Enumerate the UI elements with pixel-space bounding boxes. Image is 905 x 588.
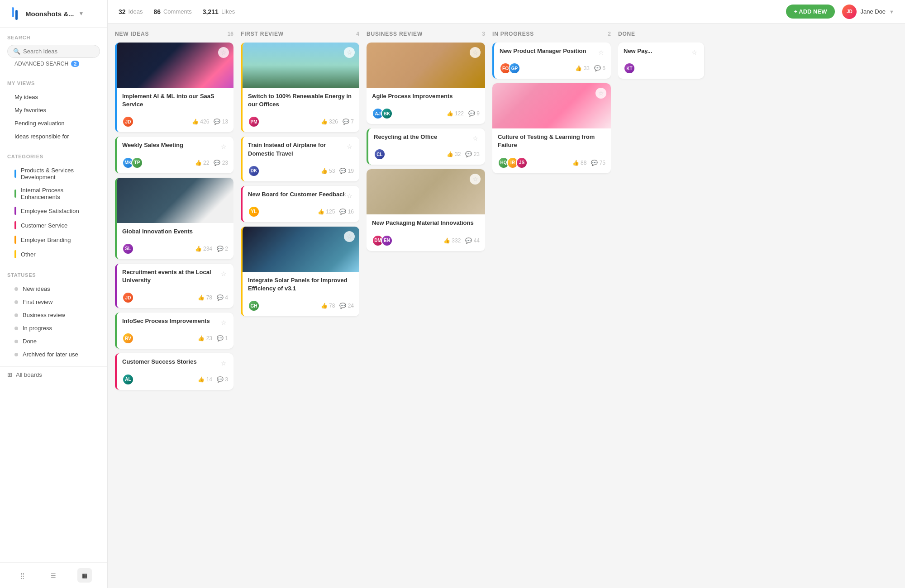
search-box[interactable]: 🔍: [7, 45, 100, 58]
advanced-search-badge: 2: [71, 61, 79, 67]
category-dot: [14, 236, 16, 244]
status-done[interactable]: Done: [7, 335, 100, 348]
card-body: Agile Process Improvements: [367, 88, 485, 108]
add-new-button[interactable]: + ADD NEW: [786, 5, 835, 19]
comments-stat: 💬 23: [214, 160, 228, 166]
star-button[interactable]: ☆: [218, 268, 229, 279]
card-avatars: JD: [122, 116, 131, 128]
comments-stat: 💬 9: [468, 110, 480, 117]
card-stats: 👍 332 💬 44: [443, 237, 480, 244]
card-recycling[interactable]: ☆ Recycling at the Office CL 👍 32 💬 23: [367, 128, 485, 165]
card-implement-ai[interactable]: ☆ Implement AI & ML into our SaaS Servic…: [115, 43, 233, 132]
search-input[interactable]: [23, 48, 94, 55]
card-customer-feedback[interactable]: ☆ New Board for Customer Feedback YL 👍 1…: [241, 186, 359, 222]
card-solar-panels[interactable]: ☆ Integrate Solar Panels for Improved Ef…: [241, 227, 359, 316]
user-menu[interactable]: JD Jane Doe ▼: [842, 5, 894, 19]
category-dot: [14, 190, 16, 198]
comments-stat: 💬 6: [594, 65, 605, 71]
sidebar-item-pending[interactable]: Pending evaluation: [7, 117, 100, 130]
status-first-review[interactable]: First review: [7, 295, 100, 308]
footer-board-icon[interactable]: ▦: [77, 568, 92, 583]
likes-stat: 👍 22: [195, 160, 210, 166]
star-button[interactable]: ☆: [344, 190, 355, 201]
card-packaging[interactable]: ☆ New Packaging Material Innovations DM …: [367, 169, 485, 251]
card-body: Customer Success Stories: [117, 353, 233, 373]
card-customer-success[interactable]: ☆ Customer Success Stories AL 👍 14 💬 3: [115, 353, 233, 389]
comments-stat: 💬 23: [465, 151, 480, 157]
star-button[interactable]: ☆: [218, 317, 229, 328]
star-button[interactable]: ☆: [689, 47, 700, 58]
stat-comments: 86 Comments: [153, 8, 191, 15]
card-agile-process[interactable]: ☆ Agile Process Improvements AJ BK 👍 122…: [367, 43, 485, 124]
likes-stat: 👍 14: [198, 376, 212, 383]
category-employer[interactable]: Employer Branding: [7, 232, 100, 247]
app-logo[interactable]: Moonshots &... ▼: [7, 6, 84, 21]
card-footer: DK 👍 53 💬 19: [243, 165, 359, 181]
sidebar-item-responsible[interactable]: Ideas responsible for: [7, 130, 100, 143]
card-body: Recruitment events at the Local Universi…: [117, 264, 233, 292]
category-label: Employee Satisfaction: [21, 208, 79, 214]
star-button[interactable]: ☆: [595, 88, 606, 99]
status-dot: [14, 340, 18, 343]
category-customer[interactable]: Customer Service: [7, 218, 100, 232]
advanced-search-toggle[interactable]: ADVANCED SEARCH 2: [7, 58, 100, 70]
status-label: New ideas: [23, 285, 50, 292]
card-infosec[interactable]: ☆ InfoSec Process Improvements RV 👍 23 💬…: [115, 313, 233, 349]
avatar: GH: [248, 300, 260, 312]
card-culture-testing[interactable]: ☆ Culture of Testing & Learning from Fai…: [492, 83, 611, 173]
card-footer: FO GP 👍 33 💬 6: [494, 62, 611, 79]
avatar: TP: [131, 157, 143, 169]
card-avatars: DM EN: [372, 235, 390, 247]
status-dot: [14, 327, 18, 330]
card-stats: 👍 53 💬 19: [321, 168, 354, 174]
star-button[interactable]: ☆: [470, 47, 481, 58]
card-body: Implement AI & ML into our SaaS Service: [117, 88, 233, 116]
star-button[interactable]: ☆: [218, 47, 229, 58]
card-done-partial[interactable]: ☆ New Pay... KT: [618, 43, 704, 79]
star-button[interactable]: ☆: [344, 47, 355, 58]
column-title: FIRST REVIEW: [241, 31, 284, 37]
card-weekly-sales[interactable]: ☆ Weekly Sales Meeting MK TP 👍 22 💬 23: [115, 137, 233, 173]
status-new-ideas[interactable]: New ideas: [7, 282, 100, 295]
avatar: AL: [122, 374, 134, 385]
sidebar-item-my-favorites[interactable]: My favorites: [7, 104, 100, 117]
card-train-airplane[interactable]: ☆ Train Instead of Airplane for Domestic…: [241, 137, 359, 181]
card-recruitment[interactable]: ☆ Recruitment events at the Local Univer…: [115, 264, 233, 308]
card-avatars: AL: [122, 374, 131, 385]
category-internal[interactable]: Internal Process Enhancements: [7, 184, 100, 204]
star-button[interactable]: ☆: [470, 133, 481, 144]
column-title: IN PROGRESS: [492, 31, 534, 37]
category-other[interactable]: Other: [7, 247, 100, 261]
comments-stat: 💬 1: [217, 335, 228, 341]
sidebar-item-my-ideas[interactable]: My ideas: [7, 90, 100, 104]
card-stats: 👍 78 💬 4: [198, 294, 228, 301]
categories-title: CATEGORIES: [7, 154, 100, 159]
card-avatars: AJ BK: [372, 108, 390, 119]
avatar: RV: [122, 332, 134, 344]
column-first-review: FIRST REVIEW 4 ☆ Switch to 100% Renewabl…: [241, 31, 359, 588]
footer-list-icon[interactable]: ☰: [46, 568, 61, 583]
card-avatars: RV: [122, 332, 131, 344]
likes-stat: 👍 32: [447, 151, 461, 157]
card-body: Global Innovation Events: [117, 223, 233, 243]
card-global-innovation[interactable]: Global Innovation Events SL 👍 234 💬 2: [115, 178, 233, 259]
status-in-progress[interactable]: In progress: [7, 322, 100, 335]
category-employee[interactable]: Employee Satisfaction: [7, 204, 100, 218]
category-label: Products & Services Development: [21, 167, 93, 180]
status-business-review[interactable]: Business review: [7, 308, 100, 322]
category-products[interactable]: Products & Services Development: [7, 164, 100, 184]
statuses-title: STATUSES: [7, 272, 100, 278]
status-archived[interactable]: Archived for later use: [7, 348, 100, 361]
ideas-count: 32: [119, 8, 126, 15]
star-button[interactable]: ☆: [595, 47, 606, 58]
category-label: Internal Process Enhancements: [21, 187, 93, 200]
all-boards-link[interactable]: ⊞ All boards: [0, 366, 107, 383]
card-product-manager[interactable]: ☆ New Product Manager Position FO GP 👍 3…: [492, 43, 611, 79]
card-body: Switch to 100% Renewable Energy in our O…: [243, 88, 359, 116]
card-renewable-energy[interactable]: ☆ Switch to 100% Renewable Energy in our…: [241, 43, 359, 132]
card-avatars: PM: [248, 116, 257, 128]
star-button[interactable]: ☆: [344, 231, 355, 242]
topbar: 32 Ideas 86 Comments 3,211 Likes + ADD N…: [108, 0, 905, 24]
avatar: GP: [509, 62, 520, 74]
footer-dots-icon[interactable]: ⣿: [15, 568, 30, 583]
